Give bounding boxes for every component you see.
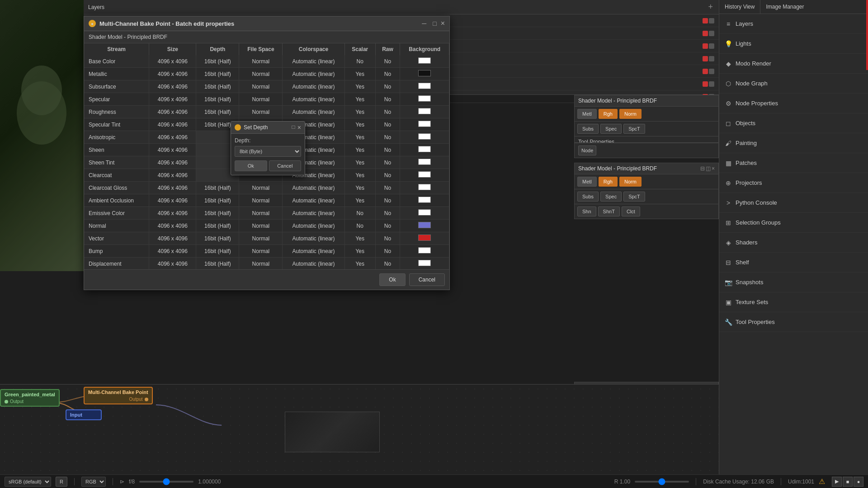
table-row[interactable]: Ambient Occlusion 4096 x 4096 16bit (Hal… xyxy=(84,194,449,207)
cell-depth[interactable]: 16bit (Half) xyxy=(196,220,239,232)
table-row[interactable]: Clearcoat Gloss 4096 x 4096 16bit (Half)… xyxy=(84,182,449,194)
cell-depth[interactable]: 16bit (Half) xyxy=(196,207,239,220)
sp2-ctrl-1[interactable]: ⊟ xyxy=(700,165,705,172)
cell-depth[interactable]: 16bit (Half) xyxy=(196,55,239,68)
cell-depth[interactable]: 16bit (Half) xyxy=(196,182,239,194)
node-bake-point[interactable]: Multi-Channel Bake Point Output xyxy=(84,387,153,404)
sidebar-item-python-console[interactable]: > Python Console xyxy=(719,193,868,213)
channel-select[interactable]: RGB R G B xyxy=(81,477,106,487)
table-row[interactable]: Displacement 4096 x 4096 16bit (Half) No… xyxy=(84,258,449,270)
stop-btn[interactable]: ■ xyxy=(843,477,853,487)
sidebar-item-shaders[interactable]: ◈ Shaders xyxy=(719,233,868,253)
sidebar-item-node-graph[interactable]: ⬡ Node Graph xyxy=(719,74,868,94)
table-row[interactable]: Roughness 4096 x 4096 16bit (Half) Norma… xyxy=(84,106,449,118)
sp2-shn[interactable]: Shn xyxy=(577,206,596,216)
tab-history-view[interactable]: History View xyxy=(719,0,760,14)
sp2-ctrl-2[interactable]: ◫ xyxy=(706,165,711,172)
sidebar-icon-11: ◈ xyxy=(725,239,732,246)
sp2-shnt[interactable]: ShnT xyxy=(598,206,620,216)
play-btn[interactable]: ▶ xyxy=(832,477,842,487)
sidebar-item-texture-sets[interactable]: ▣ Texture Sets xyxy=(719,292,868,312)
sp2-clct[interactable]: Clct xyxy=(622,206,640,216)
cell-size: 4096 x 4096 xyxy=(149,144,196,156)
sidebar-item-node-properties[interactable]: ⚙ Node Properties xyxy=(719,94,868,113)
cell-scalar: Yes xyxy=(344,144,375,156)
cell-size: 4096 x 4096 xyxy=(149,245,196,258)
cell-depth[interactable]: 16bit (Half) xyxy=(196,93,239,106)
sp2-subs[interactable]: Subs xyxy=(577,192,599,202)
layers-add-icon[interactable]: + xyxy=(707,2,714,12)
node-green-metal[interactable]: Green_painted_metal Output xyxy=(0,389,60,407)
cell-colorspace: Automatic (linear) xyxy=(283,68,344,80)
sp2-btn-row-1: Metl Rgh Norm xyxy=(575,174,718,189)
cell-depth[interactable]: 16bit (Half) xyxy=(196,80,239,93)
shader-btn-spct-1[interactable]: SpcT xyxy=(623,124,645,134)
shader-btn-spec-1[interactable]: Spec xyxy=(600,124,622,134)
node-btn[interactable]: Node xyxy=(578,145,596,155)
cell-depth[interactable]: 16bit (Half) xyxy=(196,194,239,207)
table-row[interactable]: Normal 4096 x 4096 16bit (Half) Normal A… xyxy=(84,220,449,232)
r-slider[interactable] xyxy=(635,481,689,483)
shader-btn-rgh-1[interactable]: Rgh xyxy=(599,109,618,119)
sidebar-icon-1: 💡 xyxy=(725,40,732,47)
node-preview-bg xyxy=(285,412,379,452)
table-row[interactable]: Subsurface 4096 x 4096 16bit (Half) Norm… xyxy=(84,80,449,93)
tab-image-manager[interactable]: Image Manager xyxy=(760,0,809,14)
sidebar-item-projectors[interactable]: ⊕ Projectors xyxy=(719,173,868,193)
ok-button[interactable]: Ok xyxy=(379,273,405,286)
zoom-slider[interactable] xyxy=(139,481,193,483)
table-row[interactable]: Emissive Color 4096 x 4096 16bit (Half) … xyxy=(84,207,449,220)
modal-maximize-btn[interactable]: □ xyxy=(291,124,297,131)
sidebar-item-patches[interactable]: ▦ Patches xyxy=(719,153,868,173)
dialog-minimize-btn[interactable]: ─ xyxy=(420,20,429,27)
table-row[interactable]: Bump 4096 x 4096 16bit (Half) Normal Aut… xyxy=(84,245,449,258)
sidebar-item-painting[interactable]: 🖌 Painting xyxy=(719,133,868,153)
depth-select[interactable]: 8bit (Byte) 16bit (Half) 32bit (Float) xyxy=(235,146,301,157)
table-row[interactable]: Base Color 4096 x 4096 16bit (Half) Norm… xyxy=(84,55,449,68)
sidebar-item-selection-groups[interactable]: ⊞ Selection Groups xyxy=(719,213,868,233)
sidebar-item-layers[interactable]: ≡ Layers xyxy=(719,14,868,34)
dialog-maximize-btn[interactable]: □ xyxy=(430,20,439,27)
sidebar-label-8: Projectors xyxy=(736,179,762,186)
sp2-metl[interactable]: Metl xyxy=(577,177,597,187)
sidebar-item-tool-properties[interactable]: 🔧 Tool Properties xyxy=(719,312,868,332)
record-btn[interactable]: ● xyxy=(854,477,863,487)
cell-depth[interactable]: 16bit (Half) xyxy=(196,68,239,80)
sp2-spct[interactable]: SpcT xyxy=(623,192,645,202)
table-row[interactable]: Specular 4096 x 4096 16bit (Half) Normal… xyxy=(84,93,449,106)
layer-dots-2 xyxy=(703,43,714,49)
cancel-button[interactable]: Cancel xyxy=(409,273,445,286)
cell-swatch xyxy=(400,68,449,80)
cell-depth[interactable]: 16bit (Half) xyxy=(196,245,239,258)
table-row[interactable]: Vector 4096 x 4096 16bit (Half) Normal A… xyxy=(84,232,449,245)
cell-depth[interactable]: 16bit (Half) xyxy=(196,106,239,118)
sidebar-item-shelf[interactable]: ⊟ Shelf xyxy=(719,253,868,272)
cell-depth[interactable]: 16bit (Half) xyxy=(196,232,239,245)
sp2-spec[interactable]: Spec xyxy=(600,192,622,202)
r-channel-btn[interactable]: R xyxy=(56,477,67,487)
color-profile-select[interactable]: sRGB (default) xyxy=(5,477,51,487)
modal-cancel-btn[interactable]: Cancel xyxy=(269,160,302,171)
sidebar-item-objects[interactable]: ◻ Objects xyxy=(719,113,868,133)
cell-depth[interactable]: 16bit (Half) xyxy=(196,258,239,270)
shader-btn-norm-1[interactable]: Norm xyxy=(619,109,642,119)
sidebar-item-lights[interactable]: 💡 Lights xyxy=(719,34,868,54)
shader-btn-subs-1[interactable]: Subs xyxy=(577,124,599,134)
sp2-norm[interactable]: Norm xyxy=(619,177,642,187)
sidebar-item-modo-render[interactable]: ◆ Modo Render xyxy=(719,54,868,74)
table-row[interactable]: Metallic 4096 x 4096 16bit (Half) Normal… xyxy=(84,68,449,80)
dialog-close-btn[interactable]: × xyxy=(441,20,445,27)
dot-gray-3 xyxy=(709,56,714,61)
sidebar-item-snapshots[interactable]: 📷 Snapshots xyxy=(719,272,868,292)
cell-size: 4096 x 4096 xyxy=(149,194,196,207)
shader-btn-metl-1[interactable]: Metl xyxy=(577,109,597,119)
cell-colorspace: Automatic (linear) xyxy=(283,80,344,93)
modal-ok-btn[interactable]: Ok xyxy=(235,160,267,171)
node-input[interactable]: Input xyxy=(66,409,102,420)
node-editor: Green_painted_metal Output Multi-Channel… xyxy=(0,385,719,488)
sp2-rgh[interactable]: Rgh xyxy=(599,177,618,187)
sp2-ctrl-3[interactable]: × xyxy=(712,165,715,172)
modal-close-btn[interactable]: × xyxy=(297,124,301,131)
cell-scalar: Yes xyxy=(344,182,375,194)
node-input-label: Input xyxy=(70,412,97,418)
